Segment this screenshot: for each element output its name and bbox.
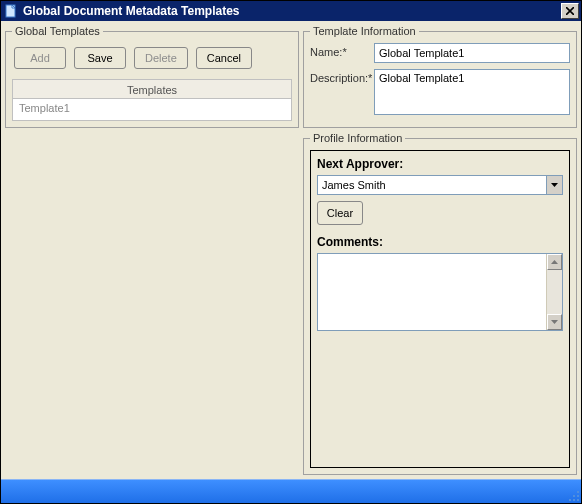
next-approver-value: James Smith <box>322 179 546 191</box>
template-info-group: Template Information Name:* Description:… <box>303 25 577 128</box>
name-label: Name:* <box>310 43 374 58</box>
global-templates-group: Global Templates Add Save Delete Cancel … <box>5 25 299 128</box>
profile-inner: Next Approver: James Smith Clear Comment… <box>310 150 570 468</box>
chevron-down-icon <box>546 176 562 194</box>
window: Global Document Metadata Templates Globa… <box>0 0 582 504</box>
scroll-down-icon[interactable] <box>547 314 562 330</box>
templates-list-header: Templates <box>12 79 292 99</box>
content-area: Global Templates Add Save Delete Cancel … <box>1 21 581 479</box>
comments-label: Comments: <box>317 235 563 249</box>
name-field[interactable] <box>374 43 570 63</box>
save-button[interactable]: Save <box>74 47 126 69</box>
next-approver-label: Next Approver: <box>317 157 563 171</box>
comments-scrollbar[interactable] <box>546 254 562 330</box>
window-title: Global Document Metadata Templates <box>23 4 561 18</box>
templates-list[interactable]: Template1 <box>12 99 292 121</box>
template-toolbar: Add Save Delete Cancel <box>12 43 292 79</box>
comments-container: | <box>317 253 563 331</box>
next-approver-select[interactable]: James Smith <box>317 175 563 195</box>
left-column: Global Templates Add Save Delete Cancel … <box>5 25 299 475</box>
template-info-legend: Template Information <box>310 25 419 37</box>
right-column: Template Information Name:* Description:… <box>303 25 577 475</box>
document-icon <box>3 3 19 19</box>
clear-button[interactable]: Clear <box>317 201 363 225</box>
titlebar: Global Document Metadata Templates <box>1 1 581 21</box>
left-spacer <box>5 128 299 475</box>
list-item[interactable]: Template1 <box>13 99 291 117</box>
profile-info-legend: Profile Information <box>310 132 405 144</box>
close-button[interactable] <box>561 3 579 19</box>
comments-field[interactable]: | <box>318 254 546 330</box>
scroll-up-icon[interactable] <box>547 254 562 270</box>
add-button[interactable]: Add <box>14 47 66 69</box>
cancel-button[interactable]: Cancel <box>196 47 252 69</box>
profile-info-group: Profile Information Next Approver: James… <box>303 132 577 475</box>
statusbar <box>1 479 581 503</box>
delete-button[interactable]: Delete <box>134 47 188 69</box>
description-field[interactable] <box>374 69 570 115</box>
resize-grip-icon[interactable] <box>565 487 579 501</box>
global-templates-legend: Global Templates <box>12 25 103 37</box>
description-label: Description:* <box>310 69 374 84</box>
